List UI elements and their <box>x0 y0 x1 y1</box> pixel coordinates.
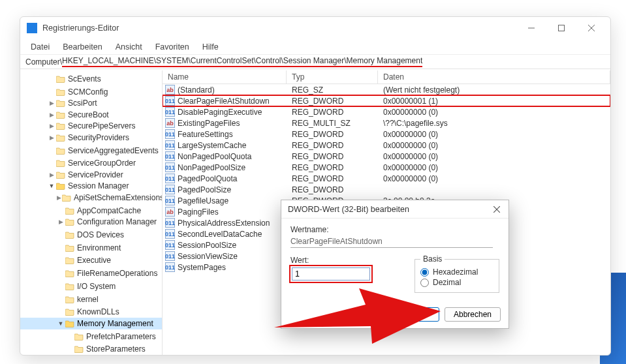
tree-item-scevents[interactable]: ScEvents <box>20 73 162 85</box>
tree-item-securepipeservers[interactable]: ▶SecurePipeServers <box>20 121 162 132</box>
folder-icon <box>56 99 65 107</box>
column-name[interactable]: Name <box>163 70 287 83</box>
registry-value-row[interactable]: 011PagedPoolQuotaREG_DWORD0x00000000 (0) <box>163 173 610 184</box>
menu-help[interactable]: Hilfe <box>197 41 224 53</box>
radio-hex[interactable]: Hexadezimal <box>420 267 493 277</box>
tree-item-memory-management[interactable]: ▼Memory Management <box>20 318 162 329</box>
registry-value-row[interactable]: 011NonPagedPoolSizeREG_DWORD0x00000000 (… <box>163 162 610 173</box>
tree-item-prefetchparameters[interactable]: PrefetchParameters <box>20 331 162 342</box>
chevron-icon[interactable]: ▼ <box>48 183 55 189</box>
folder-icon <box>56 147 65 155</box>
folder-icon <box>65 244 74 252</box>
reg-binary-icon: 011 <box>165 185 175 194</box>
reg-binary-icon: 011 <box>165 218 175 228</box>
tree-item-filerenameoperations[interactable]: FileRenameOperations <box>20 267 162 279</box>
radio-dec[interactable]: Dezimal <box>420 278 493 287</box>
reg-string-icon: ab <box>165 118 175 128</box>
tree-item-secureboot[interactable]: ▶SecureBoot <box>20 109 162 121</box>
registry-value-row[interactable]: abExistingPageFilesREG_MULTI_SZ\??\C:\pa… <box>163 117 610 129</box>
reg-binary-icon: 011 <box>165 151 175 161</box>
tree-item-label: FileRenameOperations <box>77 269 157 278</box>
tree-item-label: AppCompatCache <box>77 206 141 215</box>
value-name: ClearPageFileAtShutdown <box>178 97 270 106</box>
edit-dword-dialog: DWORD-Wert (32-Bit) bearbeiten Wertname:… <box>281 200 509 329</box>
folder-icon <box>56 171 65 179</box>
menu-file[interactable]: Datei <box>25 41 55 53</box>
folder-icon <box>56 122 65 130</box>
close-button[interactable] <box>576 17 606 39</box>
chevron-icon[interactable]: ▶ <box>57 194 61 201</box>
menu-favorites[interactable]: Favoriten <box>150 41 195 53</box>
tree-item-configuration-manager[interactable]: ▶Configuration Manager <box>20 216 162 228</box>
folder-icon <box>56 88 65 96</box>
tree-item-label: ScEvents <box>68 74 101 83</box>
chevron-icon[interactable]: ▶ <box>48 134 55 141</box>
reg-binary-icon: 011 <box>165 107 175 117</box>
tree-pane[interactable]: ScEventsSCMConfig▶ScsiPort▶SecureBoot▶Se… <box>20 70 163 355</box>
tree-item-i-o-system[interactable]: I/O System <box>20 281 162 292</box>
list-header: Name Typ Daten <box>163 70 610 84</box>
value-name: SecondLevelDataCache <box>178 230 262 239</box>
tree-item-executive[interactable]: Executive <box>20 255 162 267</box>
menu-view[interactable]: Ansicht <box>110 41 148 53</box>
minimize-button[interactable] <box>516 17 546 39</box>
chevron-icon[interactable]: ▶ <box>57 219 65 225</box>
reg-binary-icon: 011 <box>165 240 175 250</box>
radio-hex-input[interactable] <box>420 268 429 277</box>
chevron-icon[interactable]: ▼ <box>57 320 65 327</box>
ok-button[interactable]: OK <box>383 307 439 322</box>
chevron-icon[interactable]: ▶ <box>48 100 55 106</box>
value-name: NonPagedPoolQuota <box>178 152 251 161</box>
registry-value-row[interactable]: 011NonPagedPoolQuotaREG_DWORD0x00000000 … <box>163 151 610 162</box>
tree-item-session-manager[interactable]: ▼Session Manager <box>20 181 162 192</box>
tree-item-label: ApiSetSchemaExtensions <box>74 193 163 202</box>
value-name: PhysicalAddressExtension <box>178 219 270 228</box>
folder-icon <box>65 231 74 239</box>
tree-item-knowndlls[interactable]: KnownDLLs <box>20 307 162 318</box>
value-type: REG_DWORD <box>287 97 378 106</box>
dialog-close-button[interactable] <box>488 202 506 217</box>
tree-item-apisetschemaextensions[interactable]: ▶ApiSetSchemaExtensions <box>20 192 162 204</box>
registry-value-row[interactable]: 011PagedPoolSizeREG_DWORD <box>163 184 610 195</box>
tree-item-scmconfig[interactable]: SCMConfig <box>20 86 162 98</box>
value-data-input[interactable] <box>292 267 370 281</box>
tree-item-securityproviders[interactable]: ▶SecurityProviders <box>20 132 162 144</box>
value-name-label: Wertname: <box>290 225 499 234</box>
column-type[interactable]: Typ <box>287 70 378 83</box>
chevron-icon[interactable]: ▶ <box>48 172 55 178</box>
registry-value-row[interactable]: 011DisablePagingExecutiveREG_DWORD0x0000… <box>163 106 610 117</box>
tree-item-serviceprovider[interactable]: ▶ServiceProvider <box>20 169 162 181</box>
value-type: REG_DWORD <box>287 141 378 150</box>
tree-item-label: Configuration Manager <box>77 217 157 226</box>
registry-value-row[interactable]: 011LargeSystemCacheREG_DWORD0x00000000 (… <box>163 140 610 151</box>
svg-rect-1 <box>559 25 565 31</box>
registry-value-row[interactable]: 011ClearPageFileAtShutdownREG_DWORD0x000… <box>163 95 610 106</box>
maximize-button[interactable] <box>546 17 576 39</box>
chevron-icon[interactable]: ▶ <box>48 123 55 129</box>
tree-item-label: Session Manager <box>68 181 129 190</box>
tree-item-storeparameters[interactable]: StoreParameters <box>20 344 162 356</box>
value-name: PagefileUsage <box>178 196 228 205</box>
address-path: HKEY_LOCAL_MACHINE\SYSTEM\CurrentControl… <box>62 56 422 67</box>
value-data: 0x00000001 (1) <box>378 97 610 106</box>
value-name: NonPagedPoolSize <box>178 163 245 172</box>
radio-dec-input[interactable] <box>420 279 429 287</box>
tree-item-dos-devices[interactable]: DOS Devices <box>20 229 162 241</box>
folder-icon <box>65 207 74 215</box>
registry-value-row[interactable]: 011FeatureSettingsREG_DWORD0x00000000 (0… <box>163 129 610 140</box>
registry-value-row[interactable]: ab(Standard)REG_SZ(Wert nicht festgelegt… <box>163 84 610 95</box>
cancel-button[interactable]: Abbrechen <box>445 307 501 322</box>
value-data: 0x00000000 (0) <box>378 130 610 139</box>
menu-edit[interactable]: Bearbeiten <box>57 41 107 53</box>
tree-item-environment[interactable]: Environment <box>20 242 162 254</box>
tree-item-kernel[interactable]: kernel <box>20 294 162 305</box>
chevron-icon[interactable]: ▶ <box>48 112 55 118</box>
address-bar[interactable]: Computer\HKEY_LOCAL_MACHINE\SYSTEM\Curre… <box>20 55 610 69</box>
value-name: PagedPoolSize <box>178 185 231 194</box>
tree-item-scsiport[interactable]: ▶ScsiPort <box>20 98 162 110</box>
tree-item-serviceaggregatedevents[interactable]: ServiceAggregatedEvents <box>20 145 162 157</box>
value-type: REG_DWORD <box>287 174 378 183</box>
column-data[interactable]: Daten <box>378 70 610 83</box>
tree-item-servicegrouporder[interactable]: ServiceGroupOrder <box>20 158 162 170</box>
tree-item-appcompatcache[interactable]: AppCompatCache <box>20 205 162 217</box>
